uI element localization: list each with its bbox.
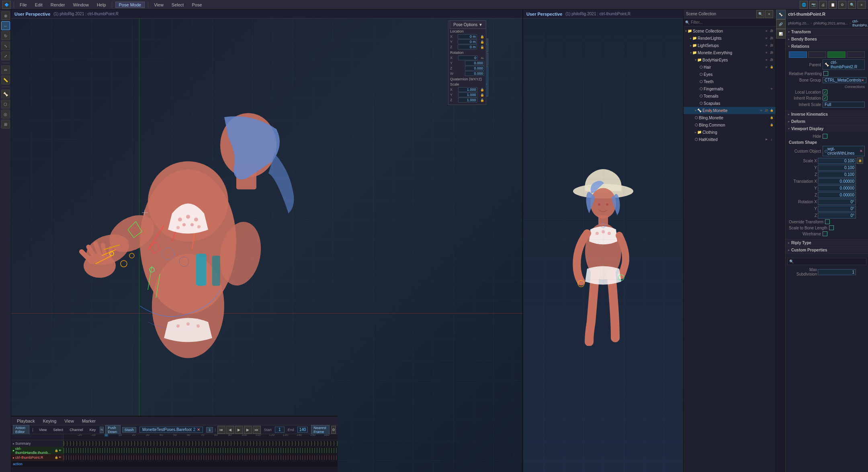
bhe-btn-1[interactable]: 👁 (764, 57, 769, 62)
track-icon-2[interactable]: 👁 (59, 449, 61, 452)
timeline-ruler[interactable]: -20 -10 0 10 20 30 40 50 60 70 80 90 (11, 434, 338, 440)
mode-selector[interactable]: Pose Mode (115, 2, 145, 8)
parent-value[interactable]: 🦴 ctrl-thumbPoint2.R (823, 59, 865, 70)
outliner-item-lightsetups[interactable]: ▸ 📁 LightSetups 👁 🎥 (684, 42, 776, 49)
outliner-search-bar[interactable]: 🔍 (684, 18, 776, 27)
outliner-item-hatknitted[interactable]: ⬡ HatKnitted ▶ 1 (684, 136, 776, 143)
menu-pose[interactable]: Pose (189, 2, 204, 8)
prev-key-btn[interactable]: ◀ (226, 426, 234, 434)
frame-end[interactable]: 140 (297, 427, 308, 433)
playback-menu[interactable]: Playback (14, 418, 37, 424)
track-thumb-point[interactable]: ▸ ctrl-thumbPoint.R 🔒 👁 (11, 454, 338, 461)
nearest-frame-btn[interactable]: Nearest Frame (311, 425, 330, 435)
outliner-item-clothing[interactable]: ▸ 📁 Clothing (684, 129, 776, 136)
vd-trans-x-value[interactable]: 0.00000 (818, 178, 856, 184)
outliner-item-scapulas[interactable]: ⬡ Scapulas (684, 100, 776, 107)
menu-render[interactable]: Render (48, 2, 68, 8)
outliner-filter-btn[interactable]: ≡ (765, 10, 773, 18)
scale-tool[interactable]: ⤡ (1, 41, 10, 50)
pose-tool-3[interactable]: ◎ (1, 110, 10, 119)
parent-btn[interactable] (827, 51, 845, 58)
play-btn[interactable]: ▶ (235, 426, 243, 434)
ik-header[interactable]: ▸ Inverse Kinematics (786, 111, 868, 118)
outliner-item-toenails[interactable]: ⬡ Toenails (684, 92, 776, 100)
menu-view[interactable]: View (151, 2, 166, 8)
deform-header[interactable]: ▸ Deform (786, 118, 868, 125)
max-sub-value[interactable]: 1 (818, 269, 856, 275)
menu-select[interactable]: Select (169, 2, 186, 8)
outliner-item-teeth[interactable]: ⬡ Teeth (684, 78, 776, 85)
select-btn[interactable]: Select (51, 427, 66, 433)
outliner-item-scene-collection[interactable]: ▾ 📁 Scene Collection 👁 🎥 (684, 27, 776, 35)
vd-scale-x-lock[interactable]: 🔒 (857, 157, 863, 164)
key-btn[interactable]: Key (87, 427, 98, 433)
hk-btn-2[interactable]: 1 (769, 137, 774, 142)
outliner-item-renderlights[interactable]: ▸ 📁 RenderLights 👁 🎥 (684, 35, 776, 42)
next-key-btn[interactable]: ▶ (244, 426, 252, 434)
hide-checkbox[interactable] (823, 134, 827, 139)
view-layer-icon[interactable]: 📋 (829, 1, 837, 9)
override-transform-checkbox[interactable] (825, 219, 830, 224)
push-down-btn[interactable]: Push Down (105, 425, 121, 435)
ls-btn-2[interactable]: 🎥 (769, 43, 774, 48)
loc-x-lock[interactable]: 🔒 (480, 35, 484, 39)
outliner-item-bling-monette[interactable]: ⬡ Bling.Monette 🔒 (684, 114, 776, 121)
inherit-rotation-checkbox[interactable]: ✓ (823, 96, 827, 100)
outliner-item-bling-common[interactable]: ⬡ Bling.Common 🔒 (684, 121, 776, 129)
scale-y-lock[interactable]: 🔒 (480, 93, 484, 97)
render-icon[interactable]: 📷 (809, 1, 817, 9)
rotate-tool[interactable]: ↻ (1, 31, 10, 40)
rot-z-value[interactable]: 0.000 (465, 66, 484, 71)
riply-header[interactable]: ▸ Riply Type (786, 239, 868, 246)
local-location-checkbox[interactable]: ✓ (823, 90, 827, 94)
vd-scale-x-value[interactable]: 0.100 (818, 158, 856, 164)
track-icon-1[interactable]: 🔒 (55, 449, 58, 452)
props-tab-data[interactable]: 📊 (776, 29, 786, 39)
right-viewport-content[interactable] (523, 18, 683, 472)
cursor-tool[interactable]: ⊕ (1, 11, 10, 20)
search-top-icon[interactable]: 🔍 (848, 1, 856, 9)
stash-btn[interactable]: Stash (122, 427, 136, 433)
vd-scale-z-value[interactable]: 0.100 (818, 172, 856, 178)
breadcrumb-2[interactable]: philoRig.2021.arma... (814, 21, 848, 25)
viewport-display-header[interactable]: ▾ Viewport Display (786, 125, 868, 132)
wireframe-checkbox[interactable] (823, 231, 827, 236)
scene-icon[interactable]: 🌐 (800, 1, 808, 9)
custom-object-dropdown[interactable]: ⬡ wgt-circleWithLines ✕ (823, 146, 865, 156)
action-btn-2[interactable]: 🎥 (769, 29, 774, 33)
rot-x-value[interactable]: 0 (458, 55, 477, 60)
menu-edit[interactable]: Edit (33, 2, 45, 8)
outliner-item-emily[interactable]: ▾ 🦴 Emily.Monette 👁 🎥 🔒 (684, 107, 776, 114)
rot-w-value[interactable]: 0.000 (465, 71, 484, 76)
channel-btn[interactable]: Channel (67, 427, 86, 433)
output-icon[interactable]: 🖨 (819, 1, 827, 9)
keying-menu[interactable]: Keying (41, 418, 59, 424)
action-name[interactable]: MonetteTestPoses.Barefoot (142, 427, 192, 432)
bhe-btn-2[interactable]: 🎥 (769, 57, 774, 62)
left-viewport[interactable]: User Perspective (1) philoRig.2021 : ctr… (11, 10, 522, 472)
skip-end-btn[interactable]: ⏭ (253, 426, 261, 434)
vd-scale-y-value[interactable]: 0.100 (818, 165, 856, 171)
outliner-item-hair[interactable]: ⬡ Hair 👁 🔒 (684, 63, 776, 71)
rl-btn-1[interactable]: 👁 (764, 36, 769, 41)
viewport-content[interactable]: Pose Options ▼ View Item Screened Keys T… (11, 18, 522, 472)
loc-z-value[interactable]: 0 m (458, 45, 477, 49)
action-btn-1[interactable]: 👁 (764, 29, 769, 33)
pose-tool-4[interactable]: ⊞ (1, 120, 10, 129)
outliner-item-bodyhaireyes[interactable]: ▾ 📁 BodyHairEyes 👁 🎥 (684, 56, 776, 63)
em-btn-3[interactable]: 🔒 (769, 108, 774, 113)
nla-btn[interactable]: N (100, 427, 104, 433)
view-btn[interactable]: View (37, 427, 49, 433)
pose-options-btn[interactable]: Pose Options ▼ (450, 20, 486, 29)
custom-props-header[interactable]: ▸ Custom Properties (786, 247, 868, 253)
view-menu-timeline[interactable]: View (62, 418, 76, 424)
scale-to-bone-checkbox[interactable] (829, 225, 834, 230)
outliner-search-btn[interactable]: 🔍 (756, 10, 764, 18)
vd-rot-x-value[interactable]: 0° (818, 199, 856, 205)
vd-rot-z-value[interactable]: 0° (818, 213, 856, 219)
relative-parenting-checkbox[interactable] (823, 71, 828, 76)
action-close[interactable]: ✕ (197, 427, 200, 432)
annotate-tool[interactable]: ✏ (1, 65, 10, 74)
measure-tool[interactable]: 📏 (1, 76, 10, 84)
settings-icon[interactable]: ⚙ (838, 1, 846, 9)
